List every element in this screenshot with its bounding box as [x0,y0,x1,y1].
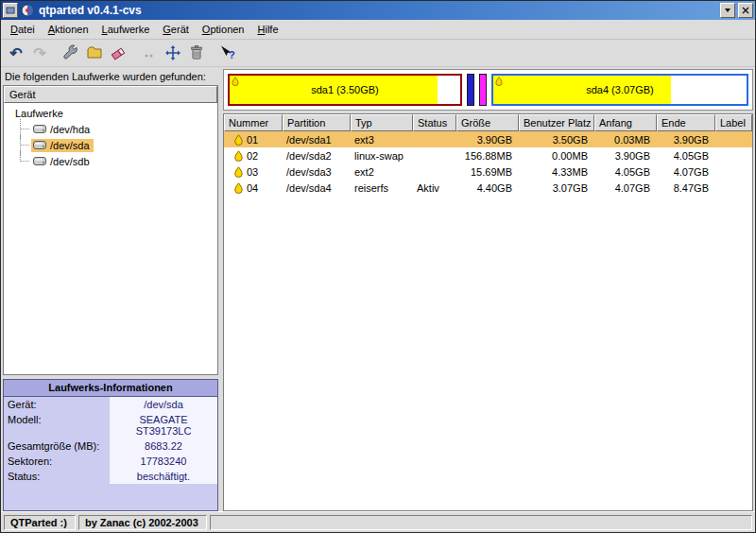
header-nummer[interactable]: Nummer [224,114,283,131]
info-row-status: Status: beschäftigt. [4,469,217,484]
dots-icon [141,44,158,61]
cell-start: 0.03MB [594,131,657,147]
main-area: Die folgenden Laufwerke wurden gefunden:… [1,67,755,511]
info-value: /dev/sda [110,397,217,412]
cell-partition: /dev/sda1 [283,131,351,147]
cell-end: 8.47GB [657,180,715,196]
cell-type: ext3 [351,131,413,147]
header-ende[interactable]: Ende [657,114,715,131]
device-column-header[interactable]: Gerät [4,86,217,103]
right-panel: sda1 (3.50GB) sda4 (3.07GB) Nummer Parti… [223,69,753,511]
tree-root-laufwerke[interactable]: Laufwerke [8,105,217,121]
redo-icon: ↷ [33,44,45,62]
partition-icon [234,134,243,146]
header-anfang[interactable]: Anfang [594,114,657,131]
partition-bar-sda2[interactable] [467,74,474,106]
minimize-icon [724,7,731,14]
cell-status [413,131,456,147]
info-row-modell: Modell: SEAGATE ST39173LC [4,412,217,438]
titlebar[interactable]: qtparted v0.4.1-cvs [1,1,755,20]
device-item-hda[interactable]: /dev/hda [19,121,217,137]
redo-button[interactable]: ↷ [28,42,51,64]
device-item-sdb[interactable]: /dev/sdb [19,153,217,169]
trash-button[interactable] [185,42,208,64]
cell-end: 4.07GB [657,163,715,180]
device-tree: Laufwerke /dev/hda /dev/sda [4,103,217,374]
cell-partition: /dev/sda3 [283,163,351,180]
tree-children: /dev/hda /dev/sda /dev [19,121,217,169]
info-label: Sektoren: [4,454,110,469]
cell-partition: /dev/sda2 [283,147,351,163]
header-status[interactable]: Status [413,114,456,131]
device-list-panel: Gerät Laufwerke /dev/hda [3,85,218,375]
info-label: Status: [4,469,110,484]
menu-geraet[interactable]: Gerät [156,21,196,38]
menu-datei[interactable]: Datei [4,21,42,38]
cell-type: linux-swap [351,147,413,163]
header-typ[interactable]: Typ [351,114,413,131]
wrench-icon [62,44,79,61]
info-value: 8683.22 [110,438,217,454]
hard-disk-icon [33,124,46,134]
undo-button[interactable]: ↶ [5,42,27,64]
cell-label [715,147,752,163]
window-menu-button[interactable] [3,3,18,18]
info-row-sektoren: Sektoren: 17783240 [4,454,217,469]
whats-this-help-button[interactable]: ? [216,42,239,64]
cell-start: 4.05GB [594,163,657,180]
partition-bar-sda4[interactable]: sda4 (3.07GB) [491,74,748,106]
table-row-sda4[interactable]: 04 /dev/sda4 reiserfs Aktiv 4.40GB 3.07G… [224,180,752,196]
undo-icon: ↶ [9,44,22,62]
cell-label [715,163,752,180]
header-groesse[interactable]: Größe [456,114,519,131]
close-button[interactable] [738,3,753,18]
drive-info-title: Laufwerks-Informationen [4,380,217,397]
eraser-icon [110,44,127,61]
cell-number: 03 [247,166,258,178]
statusbar: QTParted :) by Zanac (c) 2002-2003 [1,511,755,532]
statusbar-author-text: by Zanac (c) 2002-2003 [78,515,207,530]
options-dots-button[interactable] [138,42,161,64]
cell-size: 3.90GB [456,131,519,147]
header-label[interactable]: Label [715,114,752,131]
partition-icon [234,166,243,178]
move-resize-button[interactable] [162,42,184,64]
partition-bar-sda3[interactable] [479,74,487,106]
delete-partition-button[interactable] [107,42,129,64]
menu-aktionen[interactable]: Aktionen [42,21,95,38]
table-row-sda1[interactable]: 01 /dev/sda1 ext3 3.90GB 3.50GB 0.03MB 3… [224,131,752,147]
info-value: 17783240 [110,454,217,469]
set-properties-button[interactable] [60,42,82,64]
cell-used: 3.50GB [519,131,594,147]
cell-end: 4.05GB [657,147,715,163]
folder-icon [86,44,103,61]
minimize-button[interactable] [720,3,735,18]
header-partition[interactable]: Partition [283,114,351,131]
cell-used: 4.33MB [519,163,594,180]
left-panel: Die folgenden Laufwerke wurden gefunden:… [3,69,218,511]
menu-optionen[interactable]: Optionen [196,21,251,38]
drives-found-label: Die folgenden Laufwerke wurden gefunden: [3,69,218,85]
cell-size: 15.69MB [456,163,519,180]
menu-laufwerke[interactable]: Laufwerke [95,21,157,38]
partition-bar-sda1[interactable]: sda1 (3.50GB) [228,74,462,106]
partition-icon [234,150,243,162]
info-label: Gesamtgröße (MB): [4,438,110,454]
new-partition-button[interactable] [83,42,106,64]
trash-icon [188,44,205,61]
close-icon [742,7,749,14]
cell-start: 3.90GB [594,147,657,163]
table-header-row: Nummer Partition Typ Status Größe Benutz… [224,114,752,131]
device-item-sda[interactable]: /dev/sda [19,137,217,153]
device-label: /dev/sda [50,140,90,151]
partition-table: Nummer Partition Typ Status Größe Benutz… [223,113,753,511]
menubar: Datei Aktionen Laufwerke Gerät Optionen … [1,20,755,40]
header-benutzer-platz[interactable]: Benutzer Platz [519,114,594,131]
window-menu-icon [6,6,15,15]
statusbar-empty-area [210,515,752,530]
menu-hilfe[interactable]: Hilfe [250,21,284,38]
info-row-gesamtgroesse: Gesamtgröße (MB): 8683.22 [4,438,217,454]
table-row-sda2[interactable]: 02 /dev/sda2 linux-swap 156.88MB 0.00MB … [224,147,752,163]
table-row-sda3[interactable]: 03 /dev/sda3 ext2 15.69MB 4.33MB 4.05GB … [224,163,752,180]
cell-number: 04 [247,182,258,194]
